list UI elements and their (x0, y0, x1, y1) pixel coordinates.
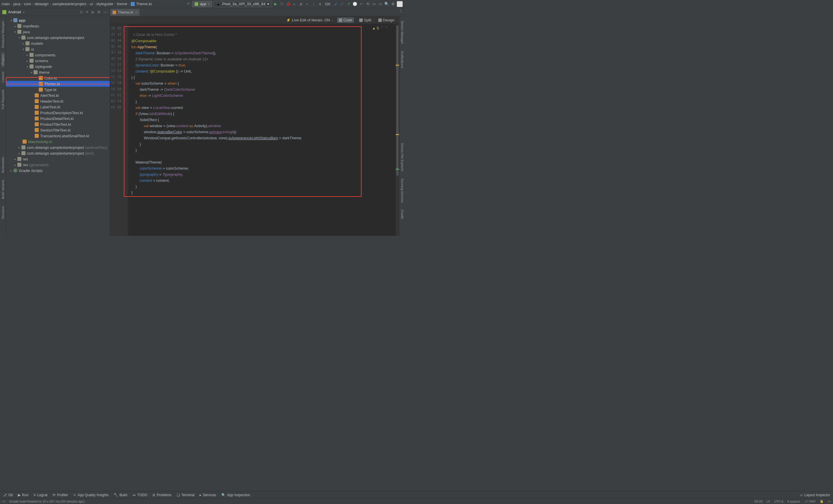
project-tree: ▾app ▸manifests ▾java ▾com.delasign.samp… (6, 16, 110, 236)
tree-styleguide[interactable]: ▾styleguide (6, 64, 110, 69)
tool-resource-manager[interactable]: Resource Manager (1, 19, 5, 50)
tool-gradle[interactable]: Gradle (401, 207, 404, 221)
tool-running-devices[interactable]: Running Devices (401, 176, 404, 205)
ok-marker[interactable] (396, 169, 399, 170)
scrollbar-thumb[interactable] (396, 25, 399, 176)
tree-color-kt[interactable]: Color.kt (6, 75, 110, 81)
run-config-label: app (200, 2, 206, 6)
breadcrumb-delasign[interactable]: delasign (35, 2, 49, 6)
tree-res-gen[interactable]: ▸res (generated) (6, 162, 110, 168)
tool-device-file-explorer[interactable]: Device File Explorer (401, 141, 404, 174)
editor-scrollbar[interactable] (396, 24, 399, 236)
warning-marker[interactable] (396, 65, 399, 66)
tree-headertext[interactable]: HeaderText.kt (6, 98, 110, 104)
tree-theme-kt[interactable]: Theme.kt (6, 81, 110, 87)
project-view-selector[interactable]: Android ▾ (8, 10, 25, 14)
close-tab-icon[interactable]: × (135, 10, 137, 15)
settings-icon[interactable]: ⚙ (97, 10, 101, 14)
warning-marker[interactable] (396, 134, 399, 135)
breadcrumb-theme[interactable]: theme (117, 2, 127, 6)
attach-icon[interactable]: ▸ (305, 1, 310, 7)
tool-device-manager[interactable]: Device Manager (401, 19, 404, 46)
breadcrumb-java[interactable]: java (14, 2, 21, 6)
tool-build-variants[interactable]: Build Variants (1, 177, 5, 201)
tree-gradle-scripts[interactable]: ▸Gradle Scripts (6, 168, 110, 173)
android-icon (195, 2, 198, 6)
tree-txlabel[interactable]: TransactionLabelSmallText.kt (6, 133, 110, 139)
editor-tab-theme[interactable]: Theme.kt × (110, 8, 140, 16)
run-configuration-selector[interactable]: app ▾ (192, 1, 212, 7)
next-highlight-icon[interactable]: ˅ (385, 26, 387, 30)
git-commit-icon[interactable]: ✓ (339, 1, 345, 7)
search-icon[interactable]: 🔍 (384, 1, 389, 7)
history-icon[interactable]: 🕘 (352, 1, 357, 7)
tree-models[interactable]: ▸models (6, 41, 110, 46)
tree-ui[interactable]: ▾ui (6, 46, 110, 52)
tool-structure[interactable]: Structure (1, 204, 5, 221)
rollback-icon[interactable]: ⤺ (359, 1, 364, 7)
tree-pkg-test[interactable]: ▸com.delasign.samplestarterproject (test… (6, 150, 110, 156)
editor-body[interactable]: 39 40 41 42 43 44 45 46 47 48 49 50 51 5… (110, 24, 399, 236)
tree-productdesc[interactable]: ProductDescriptionText.kt (6, 110, 110, 116)
user-avatar[interactable] (397, 1, 403, 7)
coverage-icon[interactable]: ▸ (292, 1, 298, 7)
editor-toolbar: ⚡Live Edit of literals: ON ⌄ Code Split … (110, 16, 399, 24)
editor-mode-code[interactable]: Code (337, 17, 354, 23)
live-edit-toggle[interactable]: ⚡Live Edit of literals: ON ⌄ (286, 18, 333, 22)
tree-java[interactable]: ▾java (6, 29, 110, 35)
editor-mode-split[interactable]: Split (357, 17, 373, 23)
breadcrumb-project[interactable]: samplestarterproject (52, 2, 86, 6)
tree-pkg-androidtest[interactable]: ▸com.delasign.samplestarterproject (andr… (6, 145, 110, 150)
debug-button[interactable]: 🐞 (286, 1, 291, 7)
breadcrumb-main[interactable]: main (2, 2, 10, 6)
device-selector[interactable]: 📱 Pixel_3a_API_33_x86_64 ▾ (213, 1, 272, 7)
tool-notifications[interactable]: Notifications (401, 49, 404, 71)
select-file-icon[interactable]: ⊙ (80, 10, 83, 14)
tool-project[interactable]: Project (1, 53, 5, 67)
tree-productdetail[interactable]: ProductDetailText.kt (6, 116, 110, 121)
sdk-icon[interactable]: ▭ (378, 1, 383, 7)
settings-icon[interactable]: ⚙ (390, 1, 396, 7)
git-pull-icon[interactable]: ↙ (333, 1, 338, 7)
tree-pkg-main[interactable]: ▾com.delasign.samplestarterproject (6, 35, 110, 41)
secondary-toolbar: Android ▾ ⊙ ≡ ≣ ⚙ — Theme.kt × ⋮ (0, 8, 405, 16)
inspection-widget[interactable]: ▲ 5 ˄ ˅ (372, 26, 387, 30)
run-button[interactable]: ▶ (273, 1, 278, 7)
tree-res[interactable]: ▸res (6, 156, 110, 162)
code-area[interactable]: ≡ Oscar de la Hera Gomez * @Composable f… (128, 24, 396, 236)
breadcrumb-ui[interactable]: ui (90, 2, 93, 6)
sync-icon[interactable]: ⟲ (365, 1, 370, 7)
tree-mainactivity[interactable]: MainActivity.kt (6, 139, 110, 145)
avd-icon[interactable]: ▭ (372, 1, 377, 7)
tab-options-icon[interactable]: ⋮ (398, 8, 403, 13)
more-icon[interactable]: ⋮ (311, 1, 316, 7)
breadcrumb-styleguide[interactable]: styleguide (96, 2, 113, 6)
apply-changes-icon[interactable]: ⟳ (279, 1, 285, 7)
tree-labeltext[interactable]: LabelText.kt (6, 104, 110, 110)
git-push-icon[interactable]: ↗ (346, 1, 351, 7)
stop-button[interactable]: ■ (317, 1, 323, 7)
collapse-icon[interactable]: ≣ (91, 10, 94, 14)
tree-alerttext[interactable]: AlertText.kt (6, 93, 110, 98)
tree-sectiontitle[interactable]: SectionTitleText.kt (6, 127, 110, 133)
tree-screens[interactable]: ▸screens (6, 58, 110, 64)
breadcrumb-file[interactable]: Theme.kt (136, 2, 151, 6)
prev-highlight-icon[interactable]: ˄ (381, 26, 383, 30)
tool-bookmarks[interactable]: Bookmarks (1, 155, 5, 175)
fold-column[interactable]: ⌄⌄⌄⌃⌄⌄⌃⌃⌄⌃⌃ (124, 24, 128, 236)
tree-theme-folder[interactable]: ▾theme (6, 69, 110, 75)
tree-components[interactable]: ▸components (6, 52, 110, 58)
editor-mode-design[interactable]: Design (377, 17, 396, 23)
profile-icon[interactable]: ◉ (299, 1, 304, 7)
tree-producttitle[interactable]: ProductTitleText.kt (6, 121, 110, 127)
hide-icon[interactable]: — (103, 10, 107, 14)
breadcrumb-com[interactable]: com (24, 2, 31, 6)
expand-icon[interactable]: ≡ (86, 10, 88, 14)
tree-app[interactable]: ▾app (6, 17, 110, 23)
back-icon[interactable]: ↶ (186, 1, 191, 7)
tool-commit[interactable]: Commit (1, 69, 5, 85)
tree-type-kt[interactable]: Type.kt (6, 87, 110, 93)
tree-manifests[interactable]: ▸manifests (6, 23, 110, 29)
device-label: Pixel_3a_API_33_x86_64 (222, 2, 265, 6)
tool-pull-requests[interactable]: Pull Requests (1, 87, 5, 111)
